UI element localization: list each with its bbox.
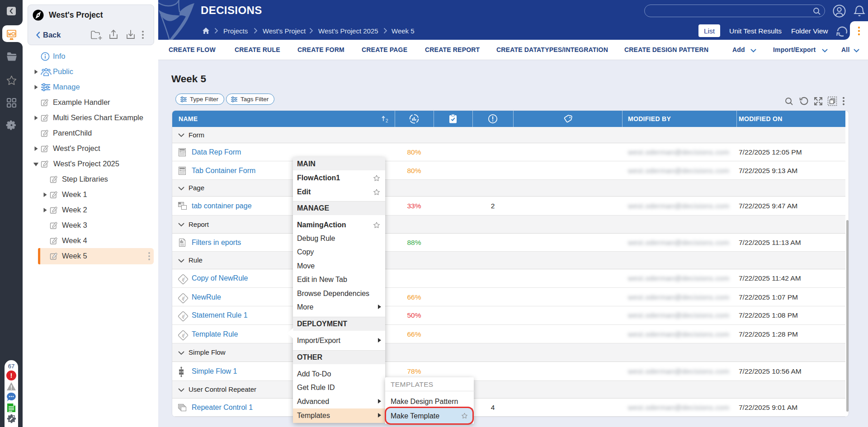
svg-text:2: 2 <box>386 118 388 123</box>
